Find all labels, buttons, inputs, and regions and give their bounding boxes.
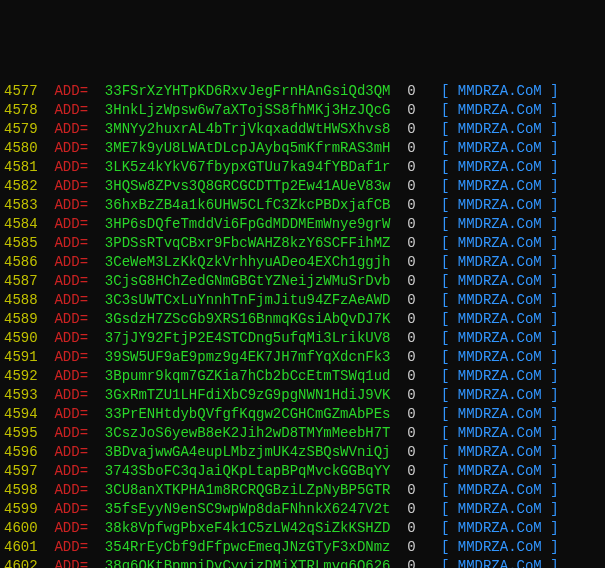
address-hash: 354RrEyCbf9dFfpwcEmeqJNzGTyF3xDNmz bbox=[105, 539, 391, 555]
address-hash: 3HnkLjzWpsw6w7aXTojSS8fhMKj3HzJQcG bbox=[105, 102, 391, 118]
output-row: 4600 ADD= 38k8VpfwgPbxeF4k1C5zLW42qSiZkK… bbox=[4, 519, 601, 538]
bracket-open: [ bbox=[441, 349, 449, 365]
bracket-open: [ bbox=[441, 121, 449, 137]
value: 0 bbox=[407, 159, 415, 175]
output-row: 4578 ADD= 3HnkLjzWpsw6w7aXTojSS8fhMKj3Hz… bbox=[4, 101, 601, 120]
bracket-close: ] bbox=[550, 121, 558, 137]
line-number: 4590 bbox=[4, 330, 38, 346]
output-row: 4579 ADD= 3MNYy2huxrAL4bTrjVkqxaddWtHWSX… bbox=[4, 120, 601, 139]
source-tag: MMDRZA.CoM bbox=[458, 482, 542, 498]
source-tag: MMDRZA.CoM bbox=[458, 235, 542, 251]
bracket-close: ] bbox=[550, 235, 558, 251]
value: 0 bbox=[407, 463, 415, 479]
add-label: ADD= bbox=[54, 235, 88, 251]
line-number: 4582 bbox=[4, 178, 38, 194]
bracket-close: ] bbox=[550, 273, 558, 289]
line-number: 4589 bbox=[4, 311, 38, 327]
output-row: 4591 ADD= 39SW5UF9aE9pmz9g4EK7JH7mfYqXdc… bbox=[4, 348, 601, 367]
address-hash: 3CszJoS6yewB8eK2Jih2wD8TMYmMeebH7T bbox=[105, 425, 391, 441]
value: 0 bbox=[407, 444, 415, 460]
output-row: 4586 ADD= 3CeWeM3LzKkQzkVrhhyuADeo4EXCh1… bbox=[4, 253, 601, 272]
add-label: ADD= bbox=[54, 558, 88, 568]
source-tag: MMDRZA.CoM bbox=[458, 406, 542, 422]
address-hash: 3CU8anXTKPHA1m8RCRQGBziLZpNyBP5GTR bbox=[105, 482, 391, 498]
value: 0 bbox=[407, 273, 415, 289]
add-label: ADD= bbox=[54, 254, 88, 270]
address-hash: 3CjsG8HChZedGNmGBGtYZNeijzWMuSrDvb bbox=[105, 273, 391, 289]
value: 0 bbox=[407, 121, 415, 137]
add-label: ADD= bbox=[54, 102, 88, 118]
address-hash: 38k8VpfwgPbxeF4k1C5zLW42qSiZkKSHZD bbox=[105, 520, 391, 536]
add-label: ADD= bbox=[54, 444, 88, 460]
add-label: ADD= bbox=[54, 539, 88, 555]
value: 0 bbox=[407, 178, 415, 194]
bracket-open: [ bbox=[441, 406, 449, 422]
line-number: 4578 bbox=[4, 102, 38, 118]
output-row: 4593 ADD= 3GxRmTZU1LHFdiXbC9zG9pgNWN1Hdi… bbox=[4, 386, 601, 405]
output-row: 4587 ADD= 3CjsG8HChZedGNmGBGtYZNeijzWMuS… bbox=[4, 272, 601, 291]
line-number: 4588 bbox=[4, 292, 38, 308]
line-number: 4593 bbox=[4, 387, 38, 403]
value: 0 bbox=[407, 406, 415, 422]
add-label: ADD= bbox=[54, 83, 88, 99]
add-label: ADD= bbox=[54, 330, 88, 346]
add-label: ADD= bbox=[54, 368, 88, 384]
source-tag: MMDRZA.CoM bbox=[458, 425, 542, 441]
add-label: ADD= bbox=[54, 273, 88, 289]
add-label: ADD= bbox=[54, 292, 88, 308]
line-number: 4601 bbox=[4, 539, 38, 555]
line-number: 4591 bbox=[4, 349, 38, 365]
bracket-close: ] bbox=[550, 216, 558, 232]
output-row: 4595 ADD= 3CszJoS6yewB8eK2Jih2wD8TMYmMee… bbox=[4, 424, 601, 443]
bracket-open: [ bbox=[441, 368, 449, 384]
line-number: 4577 bbox=[4, 83, 38, 99]
bracket-close: ] bbox=[550, 387, 558, 403]
value: 0 bbox=[407, 330, 415, 346]
line-number: 4598 bbox=[4, 482, 38, 498]
line-number: 4602 bbox=[4, 558, 38, 568]
value: 0 bbox=[407, 254, 415, 270]
source-tag: MMDRZA.CoM bbox=[458, 387, 542, 403]
output-row: 4582 ADD= 3HQSw8ZPvs3Q8GRCGCDTTp2Ew41AUe… bbox=[4, 177, 601, 196]
bracket-open: [ bbox=[441, 425, 449, 441]
source-tag: MMDRZA.CoM bbox=[458, 140, 542, 156]
source-tag: MMDRZA.CoM bbox=[458, 501, 542, 517]
source-tag: MMDRZA.CoM bbox=[458, 349, 542, 365]
bracket-open: [ bbox=[441, 273, 449, 289]
address-hash: 38q6QKtBpmpiDvCyvizDMiXTRLmvg6Q626 bbox=[105, 558, 391, 568]
value: 0 bbox=[407, 387, 415, 403]
address-hash: 3PDSsRTvqCBxr9FbcWAHZ8kzY6SCFFihMZ bbox=[105, 235, 391, 251]
bracket-open: [ bbox=[441, 444, 449, 460]
output-row: 4580 ADD= 3ME7k9yU8LWAtDLcpJAybq5mKfrmRA… bbox=[4, 139, 601, 158]
bracket-close: ] bbox=[550, 539, 558, 555]
source-tag: MMDRZA.CoM bbox=[458, 83, 542, 99]
source-tag: MMDRZA.CoM bbox=[458, 102, 542, 118]
value: 0 bbox=[407, 311, 415, 327]
bracket-close: ] bbox=[550, 83, 558, 99]
add-label: ADD= bbox=[54, 140, 88, 156]
add-label: ADD= bbox=[54, 349, 88, 365]
bracket-open: [ bbox=[441, 520, 449, 536]
source-tag: MMDRZA.CoM bbox=[458, 273, 542, 289]
bracket-close: ] bbox=[550, 159, 558, 175]
value: 0 bbox=[407, 349, 415, 365]
address-hash: 3CeWeM3LzKkQzkVrhhyuADeo4EXCh1ggjh bbox=[105, 254, 391, 270]
output-row: 4601 ADD= 354RrEyCbf9dFfpwcEmeqJNzGTyF3x… bbox=[4, 538, 601, 557]
bracket-open: [ bbox=[441, 558, 449, 568]
source-tag: MMDRZA.CoM bbox=[458, 121, 542, 137]
bracket-open: [ bbox=[441, 539, 449, 555]
output-row: 4584 ADD= 3HP6sDQfeTmddVi6FpGdMDDMEmWnye… bbox=[4, 215, 601, 234]
output-row: 4590 ADD= 37jJY92FtjP2E4STCDng5ufqMi3Lri… bbox=[4, 329, 601, 348]
address-hash: 3LK5z4kYkV67fbypxGTUu7ka94fYBDaf1r bbox=[105, 159, 391, 175]
source-tag: MMDRZA.CoM bbox=[458, 330, 542, 346]
line-number: 4599 bbox=[4, 501, 38, 517]
source-tag: MMDRZA.CoM bbox=[458, 292, 542, 308]
line-number: 4587 bbox=[4, 273, 38, 289]
add-label: ADD= bbox=[54, 387, 88, 403]
output-row: 4577 ADD= 33FSrXzYHTpKD6RxvJegFrnHAnGsiQ… bbox=[4, 82, 601, 101]
bracket-close: ] bbox=[550, 482, 558, 498]
bracket-open: [ bbox=[441, 178, 449, 194]
address-hash: 33FSrXzYHTpKD6RxvJegFrnHAnGsiQd3QM bbox=[105, 83, 391, 99]
source-tag: MMDRZA.CoM bbox=[458, 558, 542, 568]
bracket-open: [ bbox=[441, 330, 449, 346]
